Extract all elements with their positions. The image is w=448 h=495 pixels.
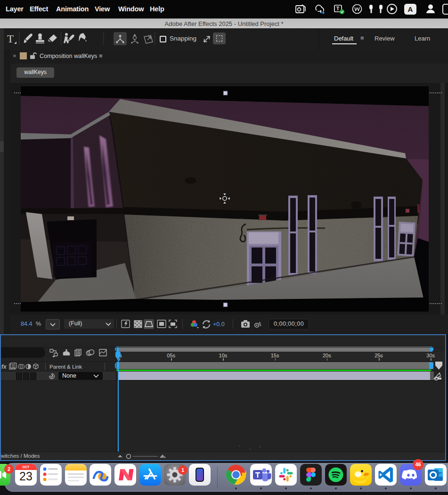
svg-text:T: T [7, 33, 14, 45]
svg-text:+0.0: +0.0 [213, 321, 225, 328]
svg-text:A: A [408, 5, 413, 13]
svg-text:T: T [336, 6, 339, 11]
